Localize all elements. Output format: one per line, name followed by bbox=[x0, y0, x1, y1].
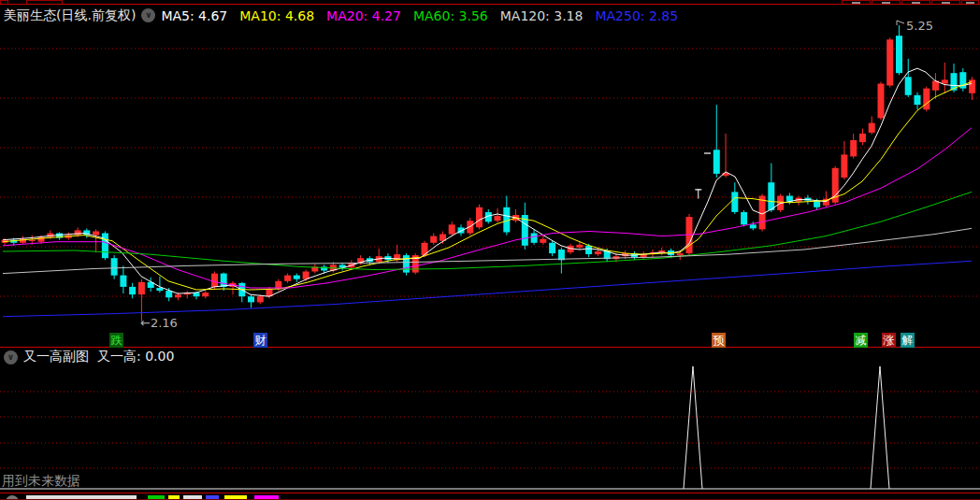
ma-label-4: MA120: 3.18 bbox=[500, 8, 584, 23]
event-marker-减[interactable]: 减 bbox=[854, 333, 868, 348]
toolbar-button-stub-5[interactable] bbox=[931, 0, 960, 4]
low-price-label: ←2.16 bbox=[140, 316, 178, 330]
ma-label-5: MA250: 2.85 bbox=[595, 8, 678, 23]
toolbar-button-stub-1[interactable] bbox=[26, 0, 63, 4]
ma-label-2: MA20: 4.27 bbox=[326, 8, 401, 23]
chart-title-bar: 美丽生态(日线.前复权) ∨ MA5: 4.67MA10: 4.68MA20: … bbox=[0, 5, 980, 26]
event-marker-解[interactable]: 解 bbox=[901, 333, 915, 348]
chevron-down-icon[interactable]: ∨ bbox=[141, 8, 155, 22]
ma-label-0: MA5: 4.67 bbox=[161, 8, 227, 23]
sub-indicator-name[interactable]: 又一高副图 bbox=[23, 349, 89, 365]
ma-label-1: MA10: 4.68 bbox=[239, 8, 314, 23]
sub-indicator-value: 又一高: 0.00 bbox=[97, 349, 174, 365]
future-data-warning: 用到未来数据 bbox=[2, 473, 80, 490]
event-marker-预[interactable]: 预 bbox=[712, 333, 726, 348]
ma-label-3: MA60: 3.56 bbox=[413, 8, 488, 23]
clipped-top-toolbar bbox=[0, 0, 980, 5]
sub-indicator-header: ∨ 又一高副图 又一高: 0.00 bbox=[0, 349, 174, 365]
stock-chart-window: 美丽生态(日线.前复权) ∨ MA5: 4.67MA10: 4.68MA20: … bbox=[0, 0, 980, 500]
event-marker-跌[interactable]: 跌 bbox=[109, 333, 123, 348]
ma-legend: MA5: 4.67MA10: 4.68MA20: 4.27MA60: 3.56M… bbox=[161, 8, 690, 23]
toolbar-button-stub-2[interactable] bbox=[842, 0, 871, 4]
toolbar-button-stub-6[interactable] bbox=[961, 0, 979, 4]
chevron-down-icon[interactable]: ∨ bbox=[4, 350, 18, 364]
toolbar-button-stub-3[interactable] bbox=[872, 0, 901, 4]
stock-title: 美丽生态(日线.前复权) bbox=[4, 7, 136, 24]
toolbar-button-stub-4[interactable] bbox=[901, 0, 930, 4]
candlestick-chart-canvas[interactable] bbox=[0, 0, 980, 500]
event-marker-财[interactable]: 财 bbox=[253, 333, 267, 348]
event-marker-涨[interactable]: 涨 bbox=[882, 333, 896, 348]
toolbar-button-stub-0[interactable] bbox=[0, 0, 8, 4]
